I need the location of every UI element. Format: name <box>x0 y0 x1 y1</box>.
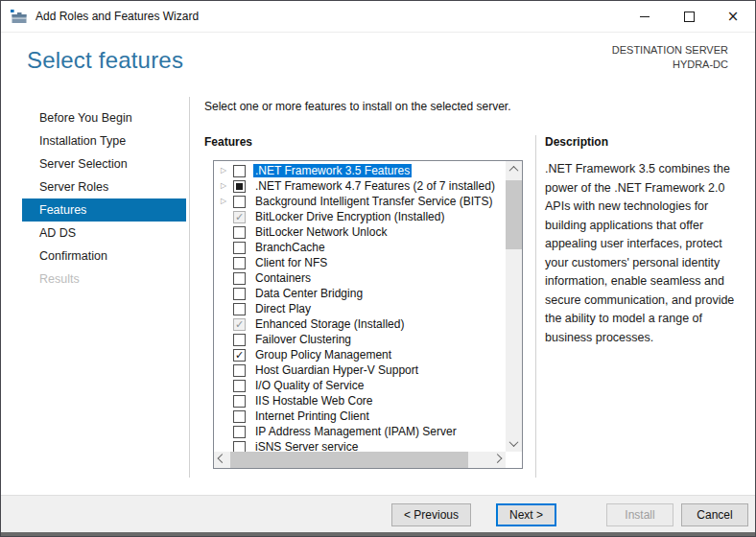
feature-row[interactable]: ▷.NET Framework 4.7 Features (2 of 7 ins… <box>214 178 506 194</box>
feature-row[interactable]: Client for NFS <box>214 255 506 270</box>
sidebar-item-server-selection[interactable]: Server Selection <box>22 152 186 175</box>
feature-label[interactable]: Containers <box>253 271 313 285</box>
feature-row[interactable]: Containers <box>214 270 506 286</box>
minimize-button[interactable] <box>623 1 667 32</box>
feature-label[interactable]: Group Policy Management <box>253 348 393 362</box>
feature-checkbox[interactable] <box>233 196 246 208</box>
feature-row[interactable]: Data Center Bridging <box>214 286 506 301</box>
feature-label[interactable]: Failover Clustering <box>253 333 353 346</box>
minimize-icon <box>640 16 650 17</box>
feature-label[interactable]: iSNS Server service <box>253 440 360 452</box>
feature-checkbox[interactable] <box>233 180 246 193</box>
feature-row[interactable]: ✓Group Policy Management <box>214 347 506 362</box>
cancel-button[interactable]: Cancel <box>681 503 748 526</box>
sidebar-item-ad-ds[interactable]: AD DS <box>22 222 186 245</box>
feature-checkbox[interactable] <box>233 272 246 285</box>
feature-checkbox[interactable] <box>233 364 246 377</box>
expander-icon[interactable]: ▷ <box>217 178 230 194</box>
wizard-steps-nav: Before You BeginInstallation TypeServer … <box>22 106 186 291</box>
feature-row[interactable]: BitLocker Network Unlock <box>214 224 506 240</box>
feature-row[interactable]: IP Address Management (IPAM) Server <box>214 424 506 439</box>
feature-label[interactable]: Enhanced Storage (Installed) <box>253 317 406 331</box>
feature-checkbox[interactable] <box>233 426 246 438</box>
feature-checkbox[interactable] <box>233 410 246 423</box>
feature-checkbox[interactable] <box>233 395 246 408</box>
feature-row[interactable]: ✓BitLocker Drive Encryption (Installed) <box>214 209 506 224</box>
scroll-left-icon[interactable] <box>214 452 230 468</box>
feature-row[interactable]: iSNS Server service <box>214 439 506 452</box>
feature-row[interactable]: Direct Play <box>214 301 506 316</box>
feature-checkbox[interactable] <box>233 165 246 177</box>
description-text: .NET Framework 3.5 combines the power of… <box>545 160 735 347</box>
scroll-down-icon[interactable] <box>506 435 522 452</box>
vertical-scrollbar[interactable] <box>506 161 522 452</box>
horizontal-scrollbar[interactable] <box>214 452 506 468</box>
feature-label[interactable]: BitLocker Drive Encryption (Installed) <box>253 210 446 223</box>
feature-checkbox: ✓ <box>233 318 246 331</box>
window-title: Add Roles and Features Wizard <box>35 10 199 23</box>
feature-label[interactable]: Data Center Bridging <box>253 287 365 300</box>
feature-label[interactable]: IP Address Management (IPAM) Server <box>253 425 459 438</box>
scroll-right-icon[interactable] <box>489 452 506 468</box>
next-button[interactable]: Next > <box>496 503 556 526</box>
feature-row[interactable]: IIS Hostable Web Core <box>214 393 506 409</box>
page-title: Select features <box>27 47 183 74</box>
horizontal-scroll-thumb[interactable] <box>230 452 468 468</box>
feature-label[interactable]: BranchCache <box>253 241 327 254</box>
sidebar-item-features[interactable]: Features <box>22 198 186 222</box>
sidebar-item-server-roles[interactable]: Server Roles <box>22 175 186 198</box>
feature-checkbox[interactable]: ✓ <box>233 349 246 362</box>
sidebar-divider <box>189 97 190 478</box>
description-divider <box>535 135 536 478</box>
feature-label[interactable]: .NET Framework 4.7 Features (2 of 7 inst… <box>253 179 497 193</box>
feature-checkbox[interactable] <box>233 226 246 239</box>
feature-checkbox[interactable] <box>233 242 246 254</box>
previous-button[interactable]: < Previous <box>391 503 471 526</box>
feature-row[interactable]: I/O Quality of Service <box>214 378 506 393</box>
expander-icon[interactable]: ▷ <box>217 163 230 178</box>
expander-icon[interactable]: ▷ <box>217 194 230 209</box>
feature-label[interactable]: Direct Play <box>253 302 313 315</box>
feature-row[interactable]: Internet Printing Client <box>214 409 506 424</box>
feature-row[interactable]: ✓Enhanced Storage (Installed) <box>214 316 506 332</box>
caption-buttons: × <box>623 1 755 32</box>
vertical-scroll-thumb[interactable] <box>506 180 522 249</box>
sidebar-item-before-you-begin[interactable]: Before You Begin <box>22 106 186 129</box>
feature-label[interactable]: Host Guardian Hyper-V Support <box>253 363 420 377</box>
close-icon: × <box>727 10 740 24</box>
feature-row[interactable]: ▷Background Intelligent Transfer Service… <box>214 194 506 209</box>
feature-row[interactable]: ▷.NET Framework 3.5 Features <box>214 163 506 178</box>
feature-checkbox: ✓ <box>233 211 246 223</box>
feature-row[interactable]: BranchCache <box>214 240 506 255</box>
feature-label[interactable]: Background Intelligent Transfer Service … <box>253 195 494 208</box>
features-listbox: ▷.NET Framework 3.5 Features▷.NET Framew… <box>213 160 523 469</box>
maximize-button[interactable] <box>667 1 711 32</box>
server-manager-toolbox-icon <box>11 10 28 24</box>
feature-label[interactable]: IIS Hostable Web Core <box>253 394 375 408</box>
sidebar-item-confirmation[interactable]: Confirmation <box>22 245 186 268</box>
wizard-window: Add Roles and Features Wizard × Select f… <box>0 0 756 537</box>
feature-row[interactable]: Failover Clustering <box>214 332 506 347</box>
description-heading: Description <box>545 135 735 149</box>
feature-label[interactable]: Client for NFS <box>253 256 329 269</box>
close-button[interactable]: × <box>711 1 755 32</box>
feature-checkbox[interactable] <box>233 288 246 300</box>
instruction-text: Select one or more features to install o… <box>204 100 511 113</box>
feature-label[interactable]: BitLocker Network Unlock <box>253 225 389 239</box>
feature-label[interactable]: .NET Framework 3.5 Features <box>253 164 412 177</box>
feature-checkbox[interactable] <box>233 303 246 315</box>
description-panel: Description .NET Framework 3.5 combines … <box>545 135 735 347</box>
maximize-icon <box>684 12 695 22</box>
feature-checkbox[interactable] <box>233 380 246 392</box>
features-list-label: Features <box>204 135 252 149</box>
feature-checkbox[interactable] <box>233 441 246 453</box>
feature-checkbox[interactable] <box>233 334 246 346</box>
feature-row[interactable]: Host Guardian Hyper-V Support <box>214 362 506 378</box>
install-button: Install <box>606 503 673 526</box>
sidebar-item-installation-type[interactable]: Installation Type <box>22 129 186 152</box>
feature-label[interactable]: I/O Quality of Service <box>253 379 366 392</box>
feature-label[interactable]: Internet Printing Client <box>253 409 371 423</box>
scroll-up-icon[interactable] <box>506 161 522 177</box>
feature-checkbox[interactable] <box>233 257 246 269</box>
destination-server-label: DESTINATION SERVER <box>612 43 728 58</box>
